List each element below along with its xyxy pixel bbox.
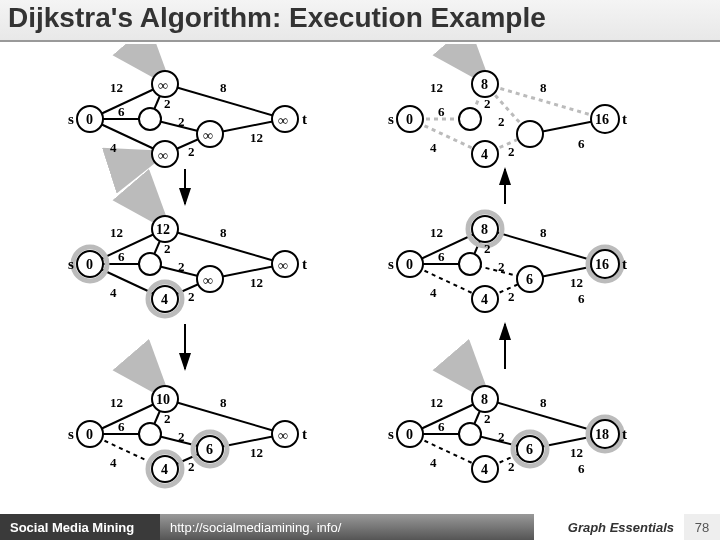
svg-text:12: 12 [250,275,263,290]
svg-text:4: 4 [481,292,488,307]
svg-point-14 [139,108,161,130]
svg-text:0: 0 [86,112,93,127]
svg-text:16: 16 [595,112,609,127]
svg-text:∞: ∞ [158,78,168,93]
svg-text:0: 0 [406,257,413,272]
svg-text:4: 4 [481,147,488,162]
svg-text:t: t [622,256,627,272]
diagram-content: 0 ∞ ∞ ∞ ∞ st 1264 222 812 0 12 4 ∞ ∞ st … [0,44,720,504]
svg-text:t: t [302,426,307,442]
svg-text:8: 8 [481,77,488,92]
panel-B: 0 12 4 ∞ ∞ st 1264 222 812 [68,207,307,316]
svg-text:2: 2 [484,96,491,111]
svg-line-9 [130,156,155,164]
panel-E: 0 8 4 6 16 st 1264 222 8126 [388,212,627,312]
svg-text:6: 6 [438,104,445,119]
footer-left: Social Media Mining [0,514,160,540]
svg-text:2: 2 [164,96,171,111]
svg-text:t: t [622,426,627,442]
svg-text:∞: ∞ [278,258,288,273]
svg-text:2: 2 [508,144,515,159]
svg-text:∞: ∞ [158,148,168,163]
svg-text:2: 2 [498,114,505,129]
svg-text:2: 2 [188,144,195,159]
svg-text:12: 12 [430,395,443,410]
svg-text:t: t [302,256,307,272]
svg-text:6: 6 [118,104,125,119]
svg-text:4: 4 [430,285,437,300]
svg-text:∞: ∞ [278,428,288,443]
panel-C: 0 10 4 6 ∞ st 1264 222 812 [68,377,307,486]
svg-text:8: 8 [220,395,227,410]
svg-text:12: 12 [570,275,583,290]
svg-text:2: 2 [508,289,515,304]
svg-text:6: 6 [438,249,445,264]
svg-text:s: s [68,111,74,127]
svg-text:8: 8 [220,225,227,240]
svg-text:s: s [388,256,394,272]
svg-text:2: 2 [484,411,491,426]
svg-text:2: 2 [178,114,185,129]
svg-text:2: 2 [498,429,505,444]
svg-text:6: 6 [578,291,585,306]
svg-text:10: 10 [156,392,170,407]
svg-text:6: 6 [206,442,213,457]
page-title: Dijkstra's Algorithm: Execution Example [8,2,712,34]
svg-text:4: 4 [161,462,168,477]
panel-F: 0 8 4 16 st 1264 222 86 [388,62,627,167]
svg-text:8: 8 [540,225,547,240]
svg-point-46 [139,253,161,275]
svg-text:2: 2 [188,289,195,304]
svg-text:s: s [68,426,74,442]
svg-text:t: t [622,111,627,127]
svg-text:12: 12 [250,445,263,460]
svg-text:2: 2 [508,459,515,474]
svg-text:16: 16 [595,257,609,272]
svg-text:4: 4 [110,455,117,470]
panel-A: 0 ∞ ∞ ∞ ∞ st 1264 222 812 [68,62,307,167]
svg-text:2: 2 [164,241,171,256]
svg-text:8: 8 [540,80,547,95]
svg-text:8: 8 [481,392,488,407]
svg-text:12: 12 [156,222,170,237]
svg-text:t: t [302,111,307,127]
svg-text:12: 12 [110,80,123,95]
svg-text:0: 0 [406,112,413,127]
svg-text:12: 12 [570,445,583,460]
svg-text:4: 4 [161,292,168,307]
svg-point-170 [459,423,481,445]
svg-text:6: 6 [578,461,585,476]
svg-text:12: 12 [430,80,443,95]
svg-text:0: 0 [406,427,413,442]
svg-text:4: 4 [481,462,488,477]
footer-chapter: Graph Essentials [534,514,684,540]
svg-text:8: 8 [481,222,488,237]
svg-text:6: 6 [118,249,125,264]
svg-text:s: s [68,256,74,272]
svg-text:12: 12 [110,225,123,240]
svg-text:0: 0 [86,427,93,442]
svg-text:4: 4 [430,140,437,155]
footer-page-number: 78 [684,514,720,540]
svg-text:4: 4 [110,140,117,155]
svg-text:12: 12 [250,130,263,145]
svg-text:s: s [388,426,394,442]
svg-text:6: 6 [438,419,445,434]
svg-text:∞: ∞ [203,273,213,288]
panel-D: 0 8 4 6 18 st 1264 222 8126 [388,377,627,482]
svg-text:18: 18 [595,427,609,442]
svg-text:s: s [388,111,394,127]
svg-text:0: 0 [86,257,93,272]
footer-url: http://socialmediamining. info/ [160,514,534,540]
svg-text:6: 6 [578,136,585,151]
svg-text:6: 6 [118,419,125,434]
svg-text:4: 4 [110,285,117,300]
svg-text:4: 4 [430,455,437,470]
svg-text:2: 2 [188,459,195,474]
svg-text:2: 2 [178,429,185,444]
svg-point-78 [139,423,161,445]
svg-text:∞: ∞ [278,113,288,128]
svg-text:6: 6 [526,442,533,457]
svg-text:2: 2 [498,259,505,274]
svg-point-137 [459,253,481,275]
